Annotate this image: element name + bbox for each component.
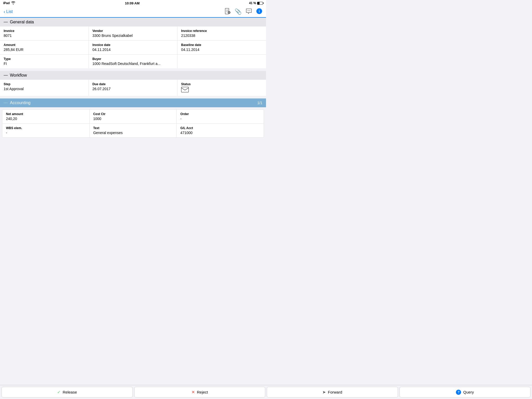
wbs-cell: WBS elem. -	[2, 124, 90, 137]
step-cell: Step 1st Approval	[0, 80, 89, 96]
cost-ctr-label: Cost Ctr	[93, 112, 173, 116]
main-content: — General data Invoice 8071 Vendor 3300 …	[0, 18, 266, 185]
vendor-label: Vendor	[92, 29, 174, 33]
table-row: Net amount 240,20 Cost Ctr 1000 Order -	[2, 110, 264, 124]
collapse-icon[interactable]: —	[4, 20, 8, 24]
gl-acct-value: 471000	[180, 131, 260, 135]
due-date-value: 26.07.2017	[92, 87, 174, 91]
battery-pct: 41 %	[249, 1, 256, 5]
text-value: General expenses	[93, 131, 173, 135]
status-label: Status	[181, 82, 262, 86]
svg-text:i: i	[259, 9, 260, 13]
order-cell: Order -	[177, 110, 264, 123]
svg-point-3	[249, 10, 249, 11]
device-label: iPad	[3, 1, 10, 5]
type-value: FI	[4, 62, 85, 66]
due-date-label: Due date	[92, 82, 174, 86]
buyer-value: 1000 ReadSoft Deutschland, Frankfurt a..…	[92, 62, 174, 66]
due-date-cell: Due date 26.07.2017	[89, 80, 178, 96]
accounting-badge: 1/1	[257, 101, 262, 105]
invoice-date-label: Invoice date	[92, 43, 174, 47]
general-data-title: General data	[10, 20, 34, 24]
invoice-ref-label: Invoice reference	[181, 29, 262, 33]
invoice-date-value: 04.11.2014	[92, 48, 174, 52]
invoice-ref-value: 2120338	[181, 34, 262, 38]
net-amount-label: Net amount	[6, 112, 86, 116]
invoice-label: Invoice	[4, 29, 85, 33]
baseline-date-value: 04.11.2014	[181, 48, 262, 52]
svg-point-2	[248, 10, 248, 11]
baseline-date-cell: Baseline date 04.11.2014	[177, 41, 266, 54]
status-icon	[181, 87, 262, 93]
workflow-table: Step 1st Approval Due date 26.07.2017 St…	[0, 80, 266, 96]
nav-icons: 📎 i	[225, 8, 262, 16]
text-cell: Text General expenses	[90, 124, 177, 137]
invoice-date-cell: Invoice date 04.11.2014	[89, 41, 178, 54]
amount-value: 285,84 EUR	[4, 48, 85, 52]
status-cell: Status	[177, 80, 266, 96]
gl-acct-cell: G/L Acct 471000	[177, 124, 264, 137]
invoice-ref-cell: Invoice reference 2120338	[177, 26, 266, 40]
order-value: -	[180, 117, 260, 121]
status-bar-left: iPad	[3, 1, 15, 5]
net-amount-cell: Net amount 240,20	[2, 110, 90, 123]
table-row: Invoice 8071 Vendor 3300 Bruns Spezialka…	[0, 26, 266, 41]
back-label: List	[6, 9, 13, 14]
back-chevron-icon: ‹	[4, 9, 5, 15]
text-label: Text	[93, 126, 173, 130]
cost-ctr-cell: Cost Ctr 1000	[90, 110, 177, 123]
table-row: Step 1st Approval Due date 26.07.2017 St…	[0, 80, 266, 96]
general-data-header: — General data	[0, 18, 266, 26]
order-label: Order	[180, 112, 260, 116]
invoice-value: 8071	[4, 34, 85, 38]
info-icon[interactable]: i	[256, 8, 262, 16]
accounting-header: ··· Accounting 1/1	[0, 98, 266, 107]
status-bar: iPad 10:09 AM 41 %	[0, 0, 266, 6]
nav-bar: ‹ List 📎 i	[0, 6, 266, 18]
workflow-header: — Workflow	[0, 71, 266, 80]
amount-label: Amount	[4, 43, 85, 47]
table-row: WBS elem. - Text General expenses G/L Ac…	[2, 124, 264, 137]
cost-ctr-value: 1000	[93, 117, 173, 121]
status-bar-right: 41 %	[249, 1, 263, 5]
vendor-cell: Vendor 3300 Bruns Spezialkabel	[89, 26, 178, 40]
collapse-workflow-icon[interactable]: —	[4, 73, 8, 78]
table-row: Type FI Buyer 1000 ReadSoft Deutschland,…	[0, 55, 266, 68]
comment-icon[interactable]	[246, 8, 252, 15]
table-row: Amount 285,84 EUR Invoice date 04.11.201…	[0, 41, 266, 55]
svg-rect-7	[181, 87, 189, 92]
svg-point-4	[250, 10, 250, 11]
step-value: 1st Approval	[4, 87, 85, 91]
net-amount-value: 240,20	[6, 117, 86, 121]
wbs-label: WBS elem.	[6, 126, 86, 130]
accounting-title: Accounting	[10, 101, 30, 105]
gl-acct-label: G/L Acct	[180, 126, 260, 130]
type-cell: Type FI	[0, 55, 89, 68]
document-icon[interactable]	[225, 8, 230, 16]
vendor-value: 3300 Bruns Spezialkabel	[92, 34, 174, 38]
battery-icon	[257, 2, 263, 5]
buyer-label: Buyer	[92, 57, 174, 61]
general-data-table: Invoice 8071 Vendor 3300 Bruns Spezialka…	[0, 26, 266, 68]
step-label: Step	[4, 82, 85, 86]
invoice-cell: Invoice 8071	[0, 26, 89, 40]
accounting-dots-icon: ···	[4, 101, 8, 105]
type-label: Type	[4, 57, 85, 61]
back-button[interactable]: ‹ List	[4, 9, 13, 15]
accounting-card: Net amount 240,20 Cost Ctr 1000 Order - …	[2, 109, 264, 138]
attachment-icon[interactable]: 📎	[235, 8, 242, 15]
buyer-cell: Buyer 1000 ReadSoft Deutschland, Frankfu…	[89, 55, 178, 68]
baseline-date-label: Baseline date	[181, 43, 262, 47]
amount-cell: Amount 285,84 EUR	[0, 41, 89, 54]
wifi-icon	[11, 1, 15, 5]
empty-cell	[177, 55, 266, 68]
wbs-value: -	[6, 131, 86, 135]
workflow-title: Workflow	[10, 73, 27, 78]
time-display: 10:09 AM	[125, 1, 140, 5]
